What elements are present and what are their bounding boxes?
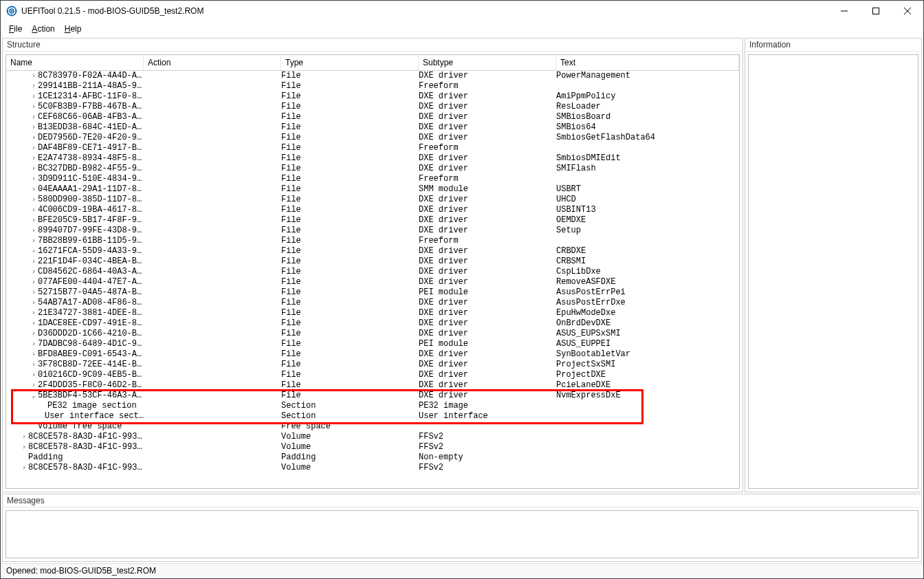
chevron-right-icon[interactable]: › bbox=[30, 174, 38, 184]
cell-name: ›B13EDD38-684C-41ED-A… bbox=[6, 122, 144, 133]
chevron-right-icon[interactable]: › bbox=[30, 256, 38, 267]
tree-row[interactable]: ›04EAAAA1-29A1-11D7-8…FileSMM moduleUSBR… bbox=[6, 184, 739, 195]
tree-row[interactable]: ›1DACE8EE-CD97-491E-8…FileDXE driverOnBr… bbox=[6, 318, 739, 329]
chevron-right-icon[interactable]: › bbox=[30, 308, 38, 318]
tree-row[interactable]: ›21E34727-3881-4DEE-8…FileDXE driverEpuH… bbox=[6, 308, 739, 318]
cell-text: NvmExpressDxE bbox=[556, 391, 739, 401]
chevron-right-icon[interactable]: › bbox=[30, 112, 38, 122]
tree-row[interactable]: ›010216CD-9C09-4EB5-B…FileDXE driverProj… bbox=[6, 370, 739, 380]
tree-row[interactable]: ›8C783970-F02A-4A4D-A…FileDXE driverPowe… bbox=[6, 71, 739, 81]
tree-row[interactable]: ›CEF68C66-06AB-4FB3-A…FileDXE driverSMBi… bbox=[6, 112, 739, 122]
chevron-right-icon[interactable]: › bbox=[30, 267, 38, 277]
tree-row[interactable]: ›3D9D911C-510E-4834-9…FileFreeform bbox=[6, 174, 739, 184]
tree-row[interactable]: ›D36DDD2D-1C66-4210-B…FileDXE driverASUS… bbox=[6, 329, 739, 339]
menu-help[interactable]: Help bbox=[60, 23, 86, 35]
tree-row[interactable]: PaddingPaddingNon-empty bbox=[6, 452, 739, 463]
tree-row[interactable]: ›077AFE00-4404-47E7-A…FileDXE driverRemo… bbox=[6, 277, 739, 287]
row-name-text: D36DDD2D-1C66-4210-B… bbox=[38, 329, 142, 339]
tree-row[interactable]: ›7BB28B99-61BB-11D5-9…FileFreeform bbox=[6, 236, 739, 246]
chevron-right-icon[interactable]: › bbox=[30, 143, 38, 153]
tree-row[interactable]: ›221F1D4F-034C-4BEA-B…FileDXE driverCRBS… bbox=[6, 256, 739, 267]
chevron-right-icon[interactable]: › bbox=[30, 349, 38, 360]
chevron-right-icon[interactable]: › bbox=[20, 432, 28, 442]
cell-type: Section bbox=[281, 401, 419, 411]
tree-row[interactable]: ›E2A74738-8934-48F5-8…FileDXE driverSmbi… bbox=[6, 153, 739, 164]
tree-row[interactable]: ›1CE12314-AFBC-11F0-8…FileDXE driverAmiP… bbox=[6, 91, 739, 102]
cell-subtype: DXE driver bbox=[419, 308, 556, 318]
tree-row[interactable]: ›4C006CD9-19BA-4617-8…FileDXE driverUSBI… bbox=[6, 205, 739, 215]
chevron-right-icon[interactable]: › bbox=[30, 133, 38, 143]
col-subtype[interactable]: Subtype bbox=[419, 55, 556, 70]
tree-row[interactable]: ⌄5BE3BDF4-53CF-46A3-A…FileDXE driverNvmE… bbox=[6, 391, 739, 401]
chevron-right-icon[interactable]: › bbox=[30, 380, 38, 391]
tree-row[interactable]: ›2F4DDD35-F8C0-46D2-B…FileDXE driverPcie… bbox=[6, 380, 739, 391]
chevron-right-icon[interactable]: › bbox=[20, 463, 28, 473]
chevron-right-icon[interactable]: › bbox=[30, 298, 38, 308]
chevron-right-icon[interactable]: › bbox=[30, 164, 38, 174]
cell-action bbox=[144, 391, 281, 401]
tree-row[interactable]: ›BFE205C9-5B17-4F8F-9…FileDXE driverOEMD… bbox=[6, 215, 739, 226]
cell-type: Volume bbox=[281, 463, 419, 473]
menu-action[interactable]: Action bbox=[28, 23, 58, 35]
chevron-right-icon[interactable]: › bbox=[30, 102, 38, 112]
row-name-text: 899407D7-99FE-43D8-9… bbox=[38, 226, 142, 236]
chevron-right-icon[interactable]: › bbox=[30, 91, 38, 102]
col-text[interactable]: Text bbox=[556, 55, 739, 70]
tree-row[interactable]: ›B13EDD38-684C-41ED-A…FileDXE driverSMBi… bbox=[6, 122, 739, 133]
chevron-right-icon[interactable]: › bbox=[30, 71, 38, 81]
cell-action bbox=[144, 133, 281, 143]
chevron-right-icon[interactable]: › bbox=[30, 205, 38, 215]
tree-row[interactable]: ›8C8CE578-8A3D-4F1C-993…VolumeFFSv2 bbox=[6, 432, 739, 442]
tree-row[interactable]: ›BC327DBD-B982-4F55-9…FileDXE driverSMIF… bbox=[6, 164, 739, 174]
chevron-right-icon[interactable]: › bbox=[30, 226, 38, 236]
tree-row[interactable]: ›299141BB-211A-48A5-9…FileFreeform bbox=[6, 81, 739, 91]
tree-row[interactable]: ›52715B77-04A5-487A-B…FilePEI moduleAsus… bbox=[6, 287, 739, 298]
tree-row[interactable]: PE32 image sectionSectionPE32 image bbox=[6, 401, 739, 411]
tree-row[interactable]: ›DAF4BF89-CE71-4917-B…FileFreeform bbox=[6, 143, 739, 153]
tree-row[interactable]: Volume free spaceFree space bbox=[6, 422, 739, 432]
chevron-right-icon[interactable]: › bbox=[30, 329, 38, 339]
chevron-right-icon[interactable]: › bbox=[30, 318, 38, 329]
tree-row[interactable]: ›BFD8ABE9-C091-6543-A…FileDXE driverSynB… bbox=[6, 349, 739, 360]
cell-subtype: DXE driver bbox=[419, 122, 556, 133]
chevron-right-icon[interactable]: › bbox=[30, 370, 38, 380]
menu-file[interactable]: File bbox=[5, 23, 26, 35]
tree-row[interactable]: ›54AB7A17-AD08-4F86-8…FileDXE driverAsus… bbox=[6, 298, 739, 308]
chevron-right-icon[interactable]: › bbox=[30, 287, 38, 298]
chevron-right-icon[interactable]: › bbox=[30, 215, 38, 226]
cell-text: RemoveASFDXE bbox=[556, 277, 739, 287]
chevron-down-icon[interactable]: ⌄ bbox=[30, 391, 38, 401]
chevron-right-icon[interactable]: › bbox=[30, 246, 38, 256]
chevron-right-icon[interactable]: › bbox=[30, 195, 38, 205]
col-action[interactable]: Action bbox=[144, 55, 281, 70]
cell-text: ResLoader bbox=[556, 102, 739, 112]
tree-row[interactable]: User interface sect…SectionUser interfac… bbox=[6, 411, 739, 422]
tree-body[interactable]: ›8C783970-F02A-4A4D-A…FileDXE driverPowe… bbox=[6, 71, 739, 488]
tree-row[interactable]: ›580DD900-385D-11D7-8…FileDXE driverUHCD bbox=[6, 195, 739, 205]
tree-row[interactable]: ›16271FCA-55D9-4A33-9…FileDXE driverCRBD… bbox=[6, 246, 739, 256]
chevron-right-icon[interactable]: › bbox=[20, 442, 28, 452]
cell-type: File bbox=[281, 226, 419, 236]
chevron-right-icon[interactable]: › bbox=[30, 81, 38, 91]
chevron-right-icon[interactable]: › bbox=[30, 236, 38, 246]
chevron-right-icon[interactable]: › bbox=[30, 339, 38, 349]
tree-row[interactable]: ›8C8CE578-8A3D-4F1C-993…VolumeFFSv2 bbox=[6, 442, 739, 452]
tree-row[interactable]: ›CD84562C-6864-40A3-A…FileDXE driverCspL… bbox=[6, 267, 739, 277]
col-name[interactable]: Name bbox=[6, 55, 144, 70]
chevron-right-icon[interactable]: › bbox=[30, 360, 38, 370]
maximize-button[interactable] bbox=[860, 1, 892, 21]
chevron-right-icon[interactable]: › bbox=[30, 122, 38, 133]
chevron-right-icon[interactable]: › bbox=[30, 184, 38, 195]
tree-row[interactable]: ›899407D7-99FE-43D8-9…FileDXE driverSetu… bbox=[6, 226, 739, 236]
chevron-right-icon[interactable]: › bbox=[30, 153, 38, 164]
tree-row[interactable]: ›DED7956D-7E20-4F20-9…FileDXE driverSmbi… bbox=[6, 133, 739, 143]
minimize-button[interactable] bbox=[828, 1, 860, 21]
close-button[interactable] bbox=[892, 1, 923, 21]
tree-row[interactable]: ›8C8CE578-8A3D-4F1C-993…VolumeFFSv2 bbox=[6, 463, 739, 473]
chevron-right-icon[interactable]: › bbox=[30, 277, 38, 287]
tree-row[interactable]: ›7DADBC98-6489-4D1C-9…FilePEI moduleASUS… bbox=[6, 339, 739, 349]
tree-row[interactable]: ›3F78CB8D-72EE-414E-B…FileDXE driverProj… bbox=[6, 360, 739, 370]
tree-row[interactable]: ›5C0FB3B9-F7BB-467B-A…FileDXE driverResL… bbox=[6, 102, 739, 112]
col-type[interactable]: Type bbox=[281, 55, 419, 70]
row-name-text: 221F1D4F-034C-4BEA-B… bbox=[38, 256, 142, 267]
